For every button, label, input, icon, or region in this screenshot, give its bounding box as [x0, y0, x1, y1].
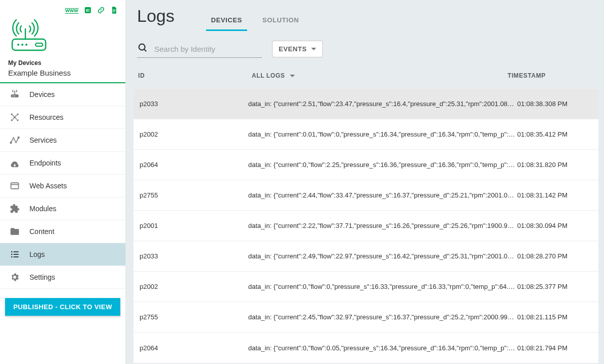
chevron-down-icon	[290, 75, 295, 77]
sidebar-section-label: My Devices	[8, 59, 117, 67]
sidebar-item-label: Settings	[29, 273, 55, 281]
cell-timestamp: 01:08:35.412 PM	[517, 130, 594, 138]
table-row[interactable]: p2064data_in: {"current":0,"flow":2.25,"…	[133, 150, 598, 180]
sidebar-meta: My Devices Example Business	[0, 55, 125, 82]
svg-rect-2	[113, 10, 115, 10]
table-header: ID ALL LOGS TIMESTAMP	[126, 63, 604, 88]
id-badge-icon[interactable]: ID	[84, 6, 92, 16]
svg-line-20	[13, 115, 14, 117]
table-row[interactable]: p2033data_in: {"current":2.49,"flow":22.…	[133, 241, 598, 272]
svg-point-18	[11, 119, 13, 121]
cell-log: data_in: {"current":0.01,"flow":0,"press…	[248, 130, 517, 138]
svg-rect-32	[14, 254, 19, 255]
sidebar-item-modules[interactable]: Modules	[0, 197, 125, 220]
cell-log: data_in: {"current":0,"flow":0,"pressure…	[248, 283, 517, 290]
main: Logs DEVICES SOLUTION EVENTS ID ALL LOGS…	[126, 0, 604, 364]
page-title: Logs	[137, 6, 175, 26]
published-button[interactable]: PUBLISHED - CLICK TO VIEW	[5, 298, 120, 316]
sidebar-item-webassets[interactable]: Web Assets	[0, 175, 125, 197]
svg-point-9	[25, 44, 27, 46]
svg-point-34	[139, 44, 145, 50]
cell-timestamp: 01:08:28.270 PM	[517, 252, 594, 260]
content-icon	[9, 226, 20, 237]
cell-log: data_in: {"current":2.51,"flow":23.47,"p…	[248, 100, 517, 108]
cell-timestamp: 01:08:31.820 PM	[517, 161, 594, 169]
svg-rect-31	[14, 251, 19, 252]
sidebar-item-label: Content	[29, 227, 54, 236]
table-rows: p2033data_in: {"current":2.51,"flow":23.…	[133, 88, 599, 363]
cell-timestamp: 01:08:38.308 PM	[517, 100, 594, 108]
business-name: Example Business	[8, 69, 117, 77]
cell-log: data_in: {"current":0,"flow":0.05,"press…	[248, 344, 517, 352]
published-button-row: PUBLISHED - CLICK TO VIEW	[0, 289, 125, 325]
svg-rect-10	[36, 43, 43, 46]
sidebar-item-services[interactable]: Services	[0, 129, 125, 152]
column-header-id[interactable]: ID	[137, 72, 252, 79]
sidebar-item-label: Services	[29, 136, 57, 144]
sidebar-item-devices[interactable]: Devices	[0, 83, 125, 106]
settings-icon	[9, 272, 20, 282]
svg-point-17	[17, 114, 18, 115]
svg-point-25	[18, 137, 19, 139]
table-row[interactable]: p2002data_in: {"current":0,"flow":0,"pre…	[133, 272, 598, 302]
cell-id: p2033	[138, 252, 248, 260]
tab-devices[interactable]: DEVICES	[211, 16, 242, 31]
tab-solution[interactable]: SOLUTION	[262, 16, 299, 31]
svg-rect-4	[113, 12, 114, 12]
sidebar: WWW ID	[0, 0, 126, 364]
sidebar-item-content[interactable]: Content	[0, 220, 125, 243]
top-icons: WWW ID	[7, 6, 118, 16]
svg-point-13	[13, 95, 14, 96]
cell-timestamp: 01:08:30.094 PM	[517, 222, 594, 229]
svg-point-14	[14, 95, 15, 96]
sidebar-item-label: Devices	[29, 90, 55, 98]
main-header: Logs DEVICES SOLUTION	[126, 0, 604, 31]
webassets-icon	[9, 181, 20, 191]
logo	[7, 19, 118, 52]
svg-line-22	[13, 118, 14, 120]
table-row[interactable]: p2033data_in: {"current":2.51,"flow":23.…	[133, 89, 598, 119]
sidebar-item-logs[interactable]: Logs	[0, 243, 125, 266]
sidebar-item-label: Logs	[29, 250, 45, 258]
svg-point-7	[17, 44, 19, 46]
modules-icon	[9, 204, 20, 214]
sidebar-item-label: Endpoints	[29, 159, 61, 167]
document-icon[interactable]	[110, 6, 118, 16]
svg-point-8	[21, 44, 23, 46]
link-icon[interactable]	[97, 6, 105, 16]
sidebar-item-endpoints[interactable]: Endpoints	[0, 152, 125, 175]
services-icon	[9, 135, 20, 145]
column-header-logs[interactable]: ALL LOGS	[252, 72, 508, 79]
sidebar-item-settings[interactable]: Settings	[0, 266, 125, 289]
table-row[interactable]: p2755data_in: {"current":2.44,"flow":33.…	[133, 180, 598, 211]
table-body[interactable]: p2033data_in: {"current":2.51,"flow":23.…	[126, 88, 604, 364]
search-input[interactable]	[153, 44, 262, 54]
table-row[interactable]: p2001data_in: {"current":2.22,"flow":37.…	[133, 211, 598, 241]
sidebar-item-resources[interactable]: Resources	[0, 106, 125, 129]
svg-point-29	[11, 254, 13, 255]
cell-id: p2064	[138, 161, 248, 169]
cell-id: p2755	[138, 191, 248, 199]
cell-timestamp: 01:08:31.142 PM	[517, 191, 594, 199]
table-row[interactable]: p2064data_in: {"current":0,"flow":0.05,"…	[133, 333, 598, 363]
devices-icon	[9, 89, 20, 100]
chevron-down-icon	[311, 48, 316, 50]
sidebar-item-label: Web Assets	[29, 182, 67, 190]
table-row[interactable]: p2002data_in: {"current":0.01,"flow":0,"…	[133, 119, 598, 150]
cell-timestamp: 01:08:25.377 PM	[517, 283, 594, 290]
svg-point-24	[10, 142, 12, 144]
events-dropdown[interactable]: EVENTS	[272, 41, 323, 57]
table-row[interactable]: p2755data_in: {"current":2.45,"flow":32.…	[133, 302, 598, 333]
cell-log: data_in: {"current":2.45,"flow":32.97,"p…	[248, 313, 517, 321]
svg-rect-33	[14, 256, 19, 257]
column-header-timestamp[interactable]: TIMESTAMP	[508, 72, 593, 79]
search-wrap	[137, 40, 262, 58]
sidebar-item-label: Resources	[29, 113, 63, 121]
svg-rect-26	[11, 183, 19, 189]
cell-log: data_in: {"current":2.22,"flow":37.71,"p…	[248, 222, 517, 229]
svg-rect-3	[113, 11, 115, 11]
tabs: DEVICES SOLUTION	[211, 16, 299, 31]
cell-timestamp: 01:08:21.115 PM	[517, 313, 594, 321]
sidebar-nav: Devices Resources Services Endpoints Web…	[0, 83, 125, 289]
www-icon[interactable]: WWW	[65, 8, 79, 14]
